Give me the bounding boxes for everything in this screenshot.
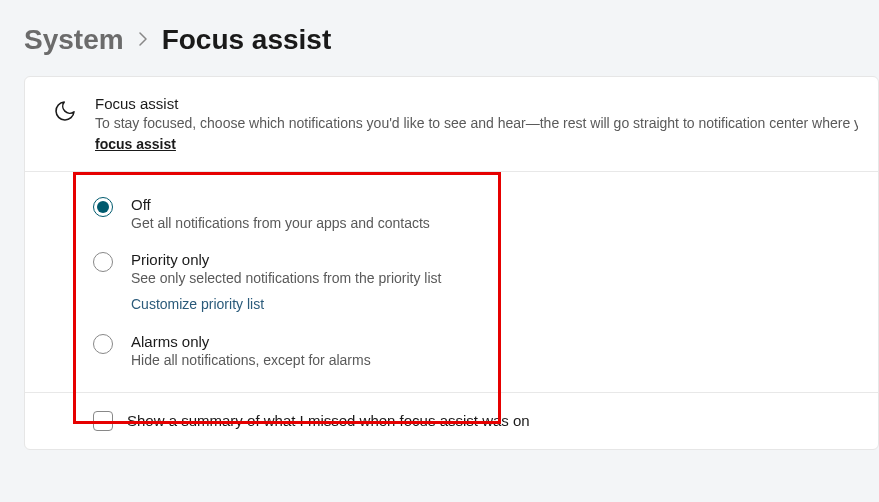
breadcrumb-parent[interactable]: System <box>24 24 124 56</box>
radio-label: Off <box>131 196 878 213</box>
focus-assist-help-link[interactable]: focus assist <box>95 136 176 152</box>
radio-section: Off Get all notifications from your apps… <box>25 172 878 449</box>
radio-input-off[interactable] <box>93 197 113 217</box>
radio-label: Priority only <box>131 251 878 268</box>
breadcrumb: System Focus assist <box>0 0 879 76</box>
breadcrumb-current: Focus assist <box>162 24 332 56</box>
radio-description: Get all notifications from your apps and… <box>131 215 878 231</box>
chevron-right-icon <box>138 30 148 51</box>
radio-content: Priority only See only selected notifica… <box>131 251 878 313</box>
radio-content: Alarms only Hide all notifications, exce… <box>131 333 878 368</box>
header-text: Focus assist To stay focused, choose whi… <box>95 95 858 153</box>
header-title: Focus assist <box>95 95 858 112</box>
settings-card: Focus assist To stay focused, choose whi… <box>24 76 879 450</box>
radio-input-priority[interactable] <box>93 252 113 272</box>
summary-checkbox-label: Show a summary of what I missed when foc… <box>127 412 530 429</box>
header-description: To stay focused, choose which notificati… <box>95 114 858 134</box>
focus-mode-radio-group: Off Get all notifications from your apps… <box>25 172 878 393</box>
radio-input-alarms[interactable] <box>93 334 113 354</box>
radio-description: Hide all notifications, except for alarm… <box>131 352 878 368</box>
radio-label: Alarms only <box>131 333 878 350</box>
moon-icon <box>53 99 77 123</box>
radio-option-priority[interactable]: Priority only See only selected notifica… <box>93 241 878 323</box>
card-header: Focus assist To stay focused, choose whi… <box>25 77 878 172</box>
radio-content: Off Get all notifications from your apps… <box>131 196 878 231</box>
radio-option-alarms[interactable]: Alarms only Hide all notifications, exce… <box>93 323 878 378</box>
radio-option-off[interactable]: Off Get all notifications from your apps… <box>93 186 878 241</box>
customize-priority-list-link[interactable]: Customize priority list <box>131 296 264 312</box>
summary-checkbox-row[interactable]: Show a summary of what I missed when foc… <box>25 393 878 449</box>
summary-checkbox[interactable] <box>93 411 113 431</box>
radio-description: See only selected notifications from the… <box>131 270 878 286</box>
